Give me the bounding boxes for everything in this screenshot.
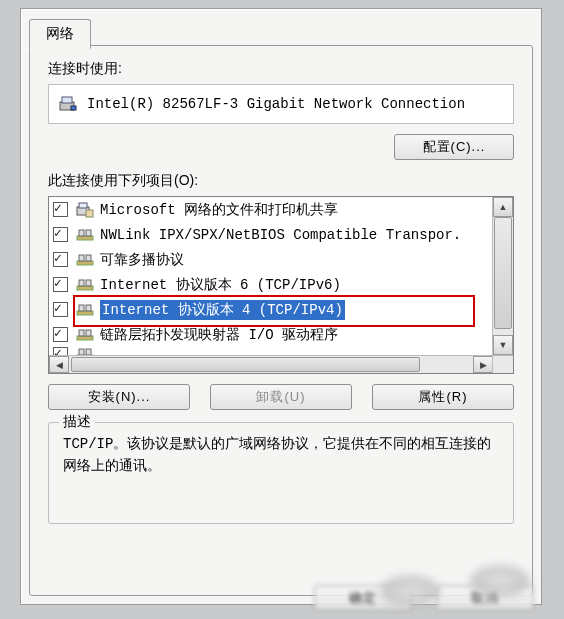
protocol-icon [76, 347, 94, 355]
network-properties-dialog: 网络 连接时使用: Intel(R) 82567LF-3 Gigabit Net… [20, 8, 542, 605]
vertical-scrollbar[interactable]: ▲ ▼ [492, 197, 513, 355]
list-item[interactable]: NWLink IPX/SPX/NetBIOS Compatible Transp… [49, 222, 491, 247]
protocol-icon [76, 252, 94, 268]
svg-rect-11 [86, 255, 91, 261]
scroll-left-button[interactable]: ◀ [49, 356, 69, 373]
blur-artifact [470, 565, 530, 597]
checkbox[interactable] [53, 302, 68, 317]
svg-rect-18 [77, 336, 93, 340]
checkbox[interactable] [53, 347, 68, 355]
svg-rect-13 [79, 280, 84, 286]
checkbox[interactable] [53, 202, 68, 217]
uninstall-button[interactable]: 卸载(U) [210, 384, 352, 410]
scroll-up-button[interactable]: ▲ [493, 197, 513, 217]
protocol-icon [76, 277, 94, 293]
list-item-label: Microsoft 网络的文件和打印机共享 [100, 201, 338, 219]
svg-rect-6 [77, 236, 93, 240]
description-text: TCP/IP。该协议是默认的广域网络协议，它提供在不同的相互连接的网络上的通讯。 [63, 433, 499, 477]
svg-rect-1 [62, 97, 72, 103]
nic-icon [59, 96, 77, 112]
blur-artifact [380, 575, 440, 607]
svg-rect-7 [79, 230, 84, 236]
scroll-right-button[interactable]: ▶ [473, 356, 493, 373]
checkbox[interactable] [53, 327, 68, 342]
scroll-down-button[interactable]: ▼ [493, 335, 513, 355]
svg-rect-5 [86, 210, 93, 217]
svg-rect-8 [86, 230, 91, 236]
horizontal-scrollbar[interactable]: ◀ ▶ [49, 355, 493, 373]
horizontal-scroll-thumb[interactable] [71, 357, 420, 372]
svg-rect-9 [77, 261, 93, 265]
tab-label: 网络 [46, 25, 74, 41]
list-item-label: Internet 协议版本 4 (TCP/IPv4) [100, 300, 345, 320]
checkbox[interactable] [53, 277, 68, 292]
list-item[interactable]: Internet 协议版本 6 (TCP/IPv6) [49, 272, 491, 297]
list-item-label: Internet 协议版本 6 (TCP/IPv6) [100, 276, 341, 294]
svg-rect-15 [77, 311, 93, 315]
items-label: 此连接使用下列项目(O): [48, 172, 514, 190]
service-icon [76, 202, 94, 218]
adapter-box[interactable]: Intel(R) 82567LF-3 Gigabit Network Conne… [48, 84, 514, 124]
description-title: 描述 [59, 413, 95, 431]
list-item-label: 链路层拓扑发现映射器 I/O 驱动程序 [100, 326, 338, 344]
scroll-corner [492, 355, 513, 373]
list-item-label: NWLink IPX/SPX/NetBIOS Compatible Transp… [100, 227, 461, 243]
svg-rect-10 [79, 255, 84, 261]
install-button[interactable]: 安装(N)... [48, 384, 190, 410]
list-item[interactable] [49, 347, 491, 355]
list-item[interactable]: Internet 协议版本 4 (TCP/IPv4) [49, 297, 491, 322]
connect-using-label: 连接时使用: [48, 60, 514, 78]
protocol-icon [76, 302, 94, 318]
svg-rect-20 [86, 330, 91, 336]
protocol-icon [76, 227, 94, 243]
items-listbox[interactable]: Microsoft 网络的文件和打印机共享NWLink IPX/SPX/NetB… [48, 196, 514, 374]
tab-body: 连接时使用: Intel(R) 82567LF-3 Gigabit Networ… [29, 45, 533, 596]
svg-rect-17 [86, 305, 91, 311]
vertical-scroll-thumb[interactable] [494, 217, 512, 329]
svg-rect-19 [79, 330, 84, 336]
svg-rect-2 [71, 106, 76, 110]
properties-button[interactable]: 属性(R) [372, 384, 514, 410]
list-item[interactable]: Microsoft 网络的文件和打印机共享 [49, 197, 491, 222]
list-item[interactable]: 链路层拓扑发现映射器 I/O 驱动程序 [49, 322, 491, 347]
tab-network[interactable]: 网络 [29, 19, 91, 49]
svg-rect-16 [79, 305, 84, 311]
protocol-icon [76, 327, 94, 343]
svg-rect-14 [86, 280, 91, 286]
checkbox[interactable] [53, 252, 68, 267]
list-item-label: 可靠多播协议 [100, 251, 184, 269]
svg-rect-4 [79, 203, 87, 208]
adapter-name: Intel(R) 82567LF-3 Gigabit Network Conne… [87, 96, 465, 112]
svg-rect-12 [77, 286, 93, 290]
checkbox[interactable] [53, 227, 68, 242]
configure-button[interactable]: 配置(C)... [394, 134, 514, 160]
list-item[interactable]: 可靠多播协议 [49, 247, 491, 272]
description-group: 描述 TCP/IP。该协议是默认的广域网络协议，它提供在不同的相互连接的网络上的… [48, 422, 514, 524]
